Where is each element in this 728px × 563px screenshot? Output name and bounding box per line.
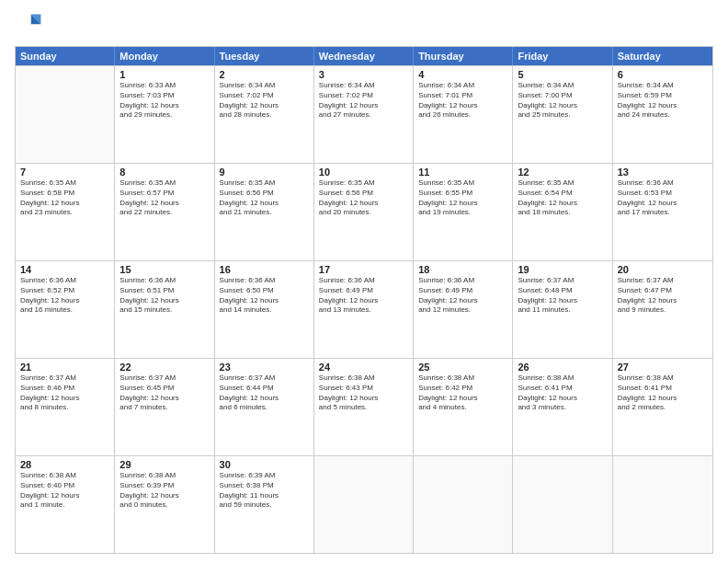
cell-info: Sunrise: 6:36 AM Sunset: 6:51 PM Dayligh… (119, 276, 209, 316)
day-number: 22 (119, 362, 209, 373)
cell-info: Sunrise: 6:35 AM Sunset: 6:55 PM Dayligh… (418, 178, 507, 218)
day-number: 21 (20, 362, 109, 373)
cell-info: Sunrise: 6:38 AM Sunset: 6:39 PM Dayligh… (119, 471, 209, 511)
day-number: 24 (319, 362, 408, 373)
weekday-header-sunday: Sunday (16, 47, 115, 65)
calendar: SundayMondayTuesdayWednesdayThursdayFrid… (15, 46, 713, 554)
cell-info: Sunrise: 6:35 AM Sunset: 6:54 PM Dayligh… (518, 178, 607, 218)
calendar-cell-5: 5Sunrise: 6:34 AM Sunset: 7:00 PM Daylig… (513, 66, 612, 163)
calendar-cell-empty (613, 456, 712, 553)
header (15, 11, 713, 40)
weekday-header-saturday: Saturday (613, 47, 712, 65)
calendar-cell-8: 8Sunrise: 6:35 AM Sunset: 6:57 PM Daylig… (115, 164, 214, 260)
calendar-cell-27: 27Sunrise: 6:38 AM Sunset: 6:41 PM Dayli… (613, 359, 712, 455)
calendar-cell-22: 22Sunrise: 6:37 AM Sunset: 6:45 PM Dayli… (115, 359, 214, 455)
cell-info: Sunrise: 6:36 AM Sunset: 6:49 PM Dayligh… (418, 276, 507, 316)
cell-info: Sunrise: 6:34 AM Sunset: 6:59 PM Dayligh… (618, 81, 708, 121)
calendar-cell-4: 4Sunrise: 6:34 AM Sunset: 7:01 PM Daylig… (414, 66, 513, 163)
weekday-header-wednesday: Wednesday (314, 47, 414, 65)
day-number: 18 (418, 264, 507, 275)
calendar-cell-3: 3Sunrise: 6:34 AM Sunset: 7:02 PM Daylig… (314, 66, 414, 163)
day-number: 17 (319, 264, 408, 275)
cell-info: Sunrise: 6:34 AM Sunset: 7:02 PM Dayligh… (220, 81, 309, 121)
calendar-cell-7: 7Sunrise: 6:35 AM Sunset: 6:58 PM Daylig… (16, 164, 115, 260)
calendar-cell-empty (16, 66, 115, 163)
calendar-cell-25: 25Sunrise: 6:38 AM Sunset: 6:42 PM Dayli… (414, 359, 513, 455)
day-number: 28 (20, 459, 109, 470)
calendar-cell-24: 24Sunrise: 6:38 AM Sunset: 6:43 PM Dayli… (314, 359, 414, 455)
calendar-cell-empty (414, 456, 513, 553)
calendar-cell-6: 6Sunrise: 6:34 AM Sunset: 6:59 PM Daylig… (613, 66, 712, 163)
day-number: 26 (518, 362, 607, 373)
calendar-cell-11: 11Sunrise: 6:35 AM Sunset: 6:55 PM Dayli… (414, 164, 513, 260)
calendar-body: 1Sunrise: 6:33 AM Sunset: 7:03 PM Daylig… (16, 65, 712, 553)
calendar-header: SundayMondayTuesdayWednesdayThursdayFrid… (16, 47, 712, 65)
calendar-row-0: 1Sunrise: 6:33 AM Sunset: 7:03 PM Daylig… (16, 65, 712, 163)
calendar-cell-13: 13Sunrise: 6:36 AM Sunset: 6:53 PM Dayli… (613, 164, 712, 260)
calendar-row-2: 14Sunrise: 6:36 AM Sunset: 6:52 PM Dayli… (16, 260, 712, 358)
calendar-cell-2: 2Sunrise: 6:34 AM Sunset: 7:02 PM Daylig… (215, 66, 314, 163)
calendar-row-4: 28Sunrise: 6:38 AM Sunset: 6:40 PM Dayli… (16, 455, 712, 553)
calendar-cell-21: 21Sunrise: 6:37 AM Sunset: 6:46 PM Dayli… (16, 359, 115, 455)
day-number: 23 (220, 362, 309, 373)
cell-info: Sunrise: 6:37 AM Sunset: 6:48 PM Dayligh… (518, 276, 607, 316)
cell-info: Sunrise: 6:37 AM Sunset: 6:44 PM Dayligh… (220, 373, 309, 413)
cell-info: Sunrise: 6:34 AM Sunset: 7:01 PM Dayligh… (418, 81, 507, 121)
day-number: 16 (220, 264, 309, 275)
weekday-header-monday: Monday (115, 47, 214, 65)
day-number: 5 (518, 69, 607, 80)
day-number: 3 (319, 69, 408, 80)
cell-info: Sunrise: 6:38 AM Sunset: 6:42 PM Dayligh… (418, 373, 507, 413)
calendar-cell-29: 29Sunrise: 6:38 AM Sunset: 6:39 PM Dayli… (115, 456, 214, 553)
cell-info: Sunrise: 6:33 AM Sunset: 7:03 PM Dayligh… (119, 81, 209, 121)
cell-info: Sunrise: 6:38 AM Sunset: 6:41 PM Dayligh… (518, 373, 607, 413)
cell-info: Sunrise: 6:34 AM Sunset: 7:00 PM Dayligh… (518, 81, 607, 121)
calendar-cell-empty (314, 456, 414, 553)
day-number: 29 (119, 459, 209, 470)
calendar-cell-17: 17Sunrise: 6:36 AM Sunset: 6:49 PM Dayli… (314, 261, 414, 358)
day-number: 9 (220, 167, 309, 178)
calendar-cell-19: 19Sunrise: 6:37 AM Sunset: 6:48 PM Dayli… (513, 261, 612, 358)
day-number: 11 (418, 167, 507, 178)
calendar-cell-20: 20Sunrise: 6:37 AM Sunset: 6:47 PM Dayli… (613, 261, 712, 358)
logo-icon (15, 11, 44, 40)
day-number: 1 (119, 69, 209, 80)
day-number: 27 (618, 362, 708, 373)
cell-info: Sunrise: 6:38 AM Sunset: 6:43 PM Dayligh… (319, 373, 408, 413)
day-number: 6 (618, 69, 708, 80)
cell-info: Sunrise: 6:35 AM Sunset: 6:57 PM Dayligh… (119, 178, 209, 218)
day-number: 8 (119, 167, 209, 178)
day-number: 2 (220, 69, 309, 80)
calendar-cell-18: 18Sunrise: 6:36 AM Sunset: 6:49 PM Dayli… (414, 261, 513, 358)
cell-info: Sunrise: 6:35 AM Sunset: 6:58 PM Dayligh… (20, 178, 109, 218)
calendar-row-3: 21Sunrise: 6:37 AM Sunset: 6:46 PM Dayli… (16, 358, 712, 455)
calendar-cell-10: 10Sunrise: 6:35 AM Sunset: 6:56 PM Dayli… (314, 164, 414, 260)
day-number: 20 (618, 264, 708, 275)
cell-info: Sunrise: 6:36 AM Sunset: 6:53 PM Dayligh… (618, 178, 708, 218)
cell-info: Sunrise: 6:34 AM Sunset: 7:02 PM Dayligh… (319, 81, 408, 121)
calendar-cell-12: 12Sunrise: 6:35 AM Sunset: 6:54 PM Dayli… (513, 164, 612, 260)
day-number: 13 (618, 167, 708, 178)
cell-info: Sunrise: 6:36 AM Sunset: 6:50 PM Dayligh… (220, 276, 309, 316)
calendar-cell-23: 23Sunrise: 6:37 AM Sunset: 6:44 PM Dayli… (215, 359, 314, 455)
cell-info: Sunrise: 6:38 AM Sunset: 6:40 PM Dayligh… (20, 471, 109, 511)
cell-info: Sunrise: 6:38 AM Sunset: 6:41 PM Dayligh… (618, 373, 708, 413)
day-number: 25 (418, 362, 507, 373)
day-number: 4 (418, 69, 507, 80)
day-number: 12 (518, 167, 607, 178)
cell-info: Sunrise: 6:36 AM Sunset: 6:49 PM Dayligh… (319, 276, 408, 316)
day-number: 14 (20, 264, 109, 275)
calendar-cell-15: 15Sunrise: 6:36 AM Sunset: 6:51 PM Dayli… (115, 261, 214, 358)
calendar-cell-9: 9Sunrise: 6:35 AM Sunset: 6:56 PM Daylig… (215, 164, 314, 260)
calendar-cell-empty (513, 456, 612, 553)
weekday-header-friday: Friday (513, 47, 612, 65)
calendar-row-1: 7Sunrise: 6:35 AM Sunset: 6:58 PM Daylig… (16, 163, 712, 260)
calendar-cell-28: 28Sunrise: 6:38 AM Sunset: 6:40 PM Dayli… (16, 456, 115, 553)
day-number: 10 (319, 167, 408, 178)
cell-info: Sunrise: 6:37 AM Sunset: 6:45 PM Dayligh… (119, 373, 209, 413)
day-number: 15 (119, 264, 209, 275)
day-number: 30 (220, 459, 309, 470)
calendar-cell-16: 16Sunrise: 6:36 AM Sunset: 6:50 PM Dayli… (215, 261, 314, 358)
weekday-header-thursday: Thursday (414, 47, 513, 65)
cell-info: Sunrise: 6:37 AM Sunset: 6:47 PM Dayligh… (618, 276, 708, 316)
